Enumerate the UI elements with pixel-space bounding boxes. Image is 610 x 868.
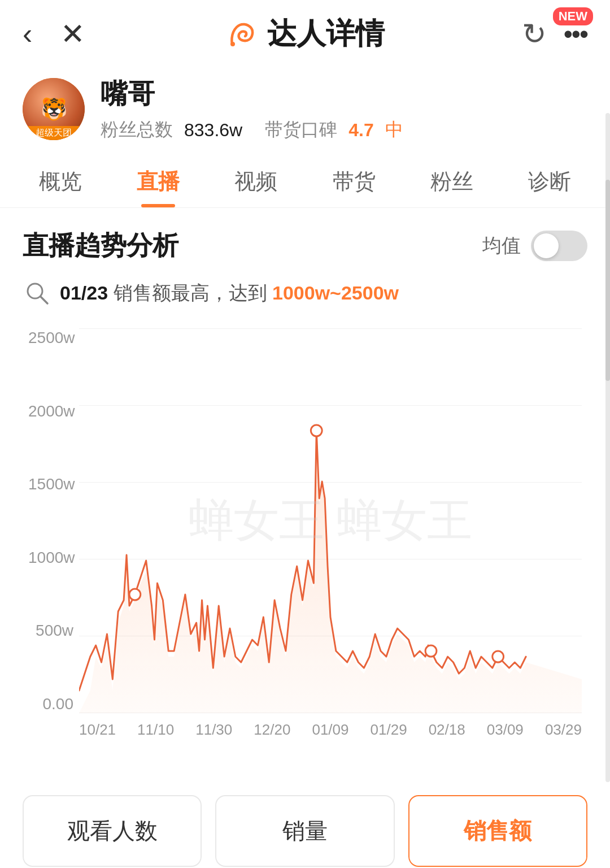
svg-line-2 bbox=[41, 297, 47, 303]
tab-live[interactable]: 直播 bbox=[109, 154, 207, 207]
fans-label: 粉丝总数 bbox=[101, 118, 173, 142]
tabs: 概览 直播 视频 带货 粉丝 诊断 bbox=[0, 154, 610, 208]
avatar: 🐯 超级天团 bbox=[23, 78, 85, 140]
refresh-button[interactable]: ↻ bbox=[522, 17, 547, 51]
chart-svg bbox=[79, 329, 582, 713]
y-label-3: 1500w bbox=[28, 475, 73, 493]
data-point-4 bbox=[493, 651, 504, 662]
tab-overview[interactable]: 概览 bbox=[11, 154, 109, 207]
scrollbar[interactable] bbox=[605, 113, 610, 782]
info-text: 01/23 销售额最高，达到 1000w~2500w bbox=[60, 280, 399, 306]
trend-section: 直播趋势分析 均值 01/23 销售额最高，达到 1000w~2500w bbox=[0, 208, 610, 778]
close-button[interactable]: ✕ bbox=[60, 19, 85, 49]
y-axis: 0.00 500w 1000w 1500w 2000w 2500w bbox=[28, 329, 73, 713]
x-label-6: 02/18 bbox=[429, 721, 465, 739]
logo-icon bbox=[225, 17, 259, 51]
x-label-2: 11/30 bbox=[195, 721, 232, 739]
new-badge: NEW bbox=[553, 7, 593, 25]
data-point-3 bbox=[425, 645, 437, 657]
section-header: 直播趋势分析 均值 bbox=[23, 228, 587, 263]
rating-label: 带货口碑 bbox=[265, 118, 337, 142]
viewers-button[interactable]: 观看人数 bbox=[23, 795, 202, 867]
fans-value: 833.6w bbox=[184, 120, 242, 141]
x-label-4: 01/09 bbox=[312, 721, 348, 739]
y-label-4: 2000w bbox=[28, 402, 73, 420]
bottom-buttons: 观看人数 销量 销售额 bbox=[0, 778, 610, 868]
section-title: 直播趋势分析 bbox=[23, 228, 178, 263]
data-point-peak bbox=[311, 425, 322, 436]
info-label: 销售额最高，达到 bbox=[114, 282, 267, 303]
info-date: 01/23 bbox=[60, 282, 108, 303]
scrollbar-thumb[interactable] bbox=[605, 180, 610, 380]
header-center: 达人详情 bbox=[225, 14, 385, 54]
x-label-7: 03/09 bbox=[487, 721, 524, 739]
tab-fans[interactable]: 粉丝 bbox=[403, 154, 500, 207]
y-label-1: 500w bbox=[28, 622, 73, 640]
info-range: 1000w~2500w bbox=[272, 282, 399, 303]
tab-goods[interactable]: 带货 bbox=[305, 154, 403, 207]
profile-section: 🐯 超级天团 嘴哥 粉丝总数 833.6w 带货口碑 4.7 中 bbox=[0, 62, 610, 154]
magnifier-icon bbox=[25, 281, 50, 306]
profile-meta: 粉丝总数 833.6w 带货口碑 4.7 中 bbox=[101, 118, 587, 142]
toggle-knob bbox=[534, 233, 559, 258]
x-label-0: 10/21 bbox=[79, 721, 116, 739]
svg-point-0 bbox=[230, 42, 235, 46]
info-bar: 01/23 销售额最高，达到 1000w~2500w bbox=[23, 280, 587, 306]
svg-marker-3 bbox=[79, 442, 582, 713]
sales-count-button[interactable]: 销量 bbox=[215, 795, 394, 867]
average-toggle[interactable] bbox=[531, 231, 587, 261]
avatar-badge: 超级天团 bbox=[23, 126, 85, 140]
sales-amount-button[interactable]: 销售额 bbox=[408, 795, 587, 867]
tab-diagnosis[interactable]: 诊断 bbox=[501, 154, 599, 207]
chart-container: 0.00 500w 1000w 1500w 2000w 2500w bbox=[79, 329, 582, 713]
back-button[interactable]: ‹ bbox=[23, 19, 32, 49]
x-label-3: 12/20 bbox=[254, 721, 290, 739]
header-left: ‹ ✕ bbox=[23, 19, 85, 49]
chart-area: 0.00 500w 1000w 1500w 2000w 2500w bbox=[28, 323, 582, 767]
header: ‹ ✕ 达人详情 ↻ ••• NEW bbox=[0, 0, 610, 62]
profile-info: 嘴哥 粉丝总数 833.6w 带货口碑 4.7 中 bbox=[101, 76, 587, 142]
y-label-5: 2500w bbox=[28, 329, 73, 347]
x-axis: 10/21 11/10 11/30 12/20 01/09 01/29 02/1… bbox=[79, 721, 582, 739]
x-label-1: 11/10 bbox=[137, 721, 174, 739]
y-label-2: 1000w bbox=[28, 549, 73, 567]
profile-name: 嘴哥 bbox=[101, 76, 587, 112]
tab-video[interactable]: 视频 bbox=[207, 154, 305, 207]
page: ‹ ✕ 达人详情 ↻ ••• NEW 🐯 超级天团 嘴哥 bbox=[0, 0, 610, 868]
header-right: ↻ ••• NEW bbox=[522, 17, 587, 51]
rating-level: 中 bbox=[385, 118, 403, 142]
more-button-wrapper: ••• NEW bbox=[564, 19, 587, 49]
x-label-8: 03/29 bbox=[545, 721, 582, 739]
section-right: 均值 bbox=[482, 231, 587, 261]
toggle-label: 均值 bbox=[482, 233, 521, 259]
y-label-0: 0.00 bbox=[28, 695, 73, 713]
rating-value: 4.7 bbox=[348, 120, 373, 141]
data-point-1 bbox=[129, 589, 141, 600]
x-label-5: 01/29 bbox=[371, 721, 407, 739]
page-title: 达人详情 bbox=[267, 14, 385, 54]
